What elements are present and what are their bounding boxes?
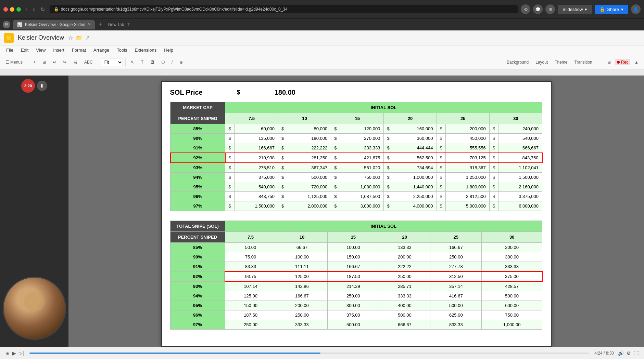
logo-icon: 🟡 <box>6 35 12 41</box>
dollar-sign: $ <box>489 134 498 143</box>
tab-close-icon[interactable]: ✕ <box>88 22 91 27</box>
snipe-value-cell: 750.00 <box>482 310 542 320</box>
background-button[interactable]: Background <box>504 58 531 66</box>
transition-button[interactable]: Transition <box>572 58 595 66</box>
menu-arrange[interactable]: Arrange <box>90 46 113 54</box>
sidebar-toggle[interactable]: ⊟ <box>3 21 10 28</box>
value-cell: 3,375,000 <box>498 192 542 201</box>
progress-bar-container[interactable] <box>24 353 595 354</box>
line-tool[interactable]: / <box>169 58 175 66</box>
star-icon[interactable]: ☆ <box>68 35 73 41</box>
undo-button[interactable]: ↩ <box>50 58 59 66</box>
dollar-sign: $ <box>225 134 235 143</box>
grid-view-button[interactable]: ⊞ <box>5 350 10 356</box>
spell-button[interactable]: ABC <box>81 58 96 66</box>
menu-insert[interactable]: Insert <box>50 46 68 54</box>
share-button[interactable]: 🔒 Share ▾ <box>595 5 628 14</box>
forward-button[interactable]: › <box>31 5 37 13</box>
snipe-value-cell: 500.00 <box>328 320 379 330</box>
theme-button[interactable]: Theme <box>552 58 570 66</box>
snipe-value-cell: 500.00 <box>430 301 482 310</box>
pct-cell: 90% <box>171 134 225 143</box>
dollar-sign: $ <box>437 143 445 153</box>
account-icon[interactable]: 👤 <box>631 4 641 14</box>
value-cell: 918,367 <box>445 163 489 173</box>
dollar-sign: $ <box>278 192 287 201</box>
settings-button[interactable]: ⚙ <box>627 350 631 356</box>
progress-fill <box>29 353 320 354</box>
dollar-sign: $ <box>278 124 287 134</box>
bottom-bar: ⊞ ▶ ▷| 4:24 / 8:30 🔊 ⚙ ⛶ <box>0 347 644 359</box>
menu-help[interactable]: Help <box>161 46 177 54</box>
snipe-value-cell: 150.00 <box>225 301 276 310</box>
table-row: 96%$843,750$1,125,000$1,687,500$2,250,00… <box>171 192 542 201</box>
refresh-button[interactable]: ↻ <box>38 5 47 13</box>
layout-sel-button[interactable]: Layout <box>533 58 551 66</box>
folder-icon[interactable]: 📁 <box>76 35 83 41</box>
percent-sniped-header-2: PERCENT SNIPED <box>170 232 225 243</box>
slideshow-button[interactable]: Slideshow ▾ <box>558 5 592 14</box>
close-button[interactable] <box>3 7 8 12</box>
next-slide-button[interactable]: ▷| <box>19 350 24 356</box>
chevron-up-button[interactable]: ▲ <box>632 58 641 66</box>
table-row: 90%$135,000$180,000$270,000$360,000$450,… <box>171 134 542 143</box>
progress-bar[interactable] <box>29 353 589 354</box>
slide-canvas-area[interactable]: SOL Price $ 180.00 MARKET CAP INITIAL SO… <box>68 76 644 347</box>
menu-format[interactable]: Format <box>68 46 89 54</box>
image-tool[interactable]: 🖼 <box>148 58 157 66</box>
share-doc-icon[interactable]: ↗ <box>85 35 90 41</box>
menu-view[interactable]: View <box>33 46 49 54</box>
snipe-value-cell: 200.00 <box>379 252 430 262</box>
slide-time: 4:24 / 8:30 <box>594 351 614 356</box>
layout-button[interactable]: ⊞ <box>40 58 49 66</box>
value-cell: 555,556 <box>445 143 489 153</box>
table-row: 97%$1,500,000$2,000,000$3,000,000$4,000,… <box>171 201 542 211</box>
toolbar-sep-2 <box>98 58 98 66</box>
tab-kelsier[interactable]: 📊 Kelsier Overview - Google Slides ✕ <box>13 20 95 29</box>
zoom-select[interactable]: Fit 50% 75% 100% <box>101 58 123 66</box>
pct-cell: 95% <box>171 182 225 192</box>
volume-button[interactable]: 🔊 <box>618 350 624 356</box>
text-tool[interactable]: T <box>138 58 146 66</box>
maximize-button[interactable] <box>16 7 21 12</box>
play-button[interactable]: ▶ <box>12 350 16 356</box>
print-button[interactable]: 🖨 <box>71 58 80 66</box>
menu-file[interactable]: File <box>3 46 17 54</box>
sol-price-label: SOL Price <box>170 89 203 96</box>
history-icon[interactable]: ⟲ <box>521 4 530 14</box>
snipe-value-cell: 142.86 <box>276 281 328 291</box>
col-30-2: 30 <box>482 232 542 243</box>
value-cell: 3,000,000 <box>340 201 384 211</box>
address-bar[interactable]: 🔒 docs.google.com/presentation/d/1dg31p8… <box>50 5 518 13</box>
dollar-sign: $ <box>331 143 340 153</box>
fit-screen-button[interactable]: ⊞ <box>605 58 614 66</box>
present-icon[interactable]: ⊞ <box>545 4 555 14</box>
col-25-1: 25 <box>437 113 489 124</box>
menu-tools[interactable]: Tools <box>113 46 130 54</box>
shape-tool[interactable]: ⬡ <box>159 58 167 66</box>
dollar-sign: $ <box>278 182 287 192</box>
lock-icon: 🔒 <box>54 7 59 12</box>
dollar-sign: $ <box>384 182 393 192</box>
dollar-sign: $ <box>331 134 340 143</box>
select-tool[interactable]: ↖ <box>128 58 137 66</box>
fullscreen-button[interactable]: ⛶ <box>634 350 639 356</box>
table-row: 95%150.00200.00300.00400.00500.00600.00 <box>170 301 542 310</box>
dollar-sign: $ <box>225 192 235 201</box>
pct-cell: 85% <box>170 243 225 252</box>
pause-button[interactable]: ⏸ <box>37 81 47 91</box>
back-button[interactable]: ‹ <box>24 5 29 13</box>
menus-button[interactable]: ☰ Menus <box>3 58 25 66</box>
table-row: 85%$60,000$80,000$120,000$160,000$200,00… <box>171 124 542 134</box>
value-cell: 1,687,500 <box>340 192 384 201</box>
redo-button[interactable]: ↪ <box>60 58 69 66</box>
add-slide-button[interactable]: + <box>30 58 38 66</box>
menu-extensions[interactable]: Extensions <box>131 46 160 54</box>
more-shapes[interactable]: ⊕ <box>177 58 186 66</box>
comment-icon[interactable]: 💬 <box>533 4 543 14</box>
minimize-button[interactable] <box>10 7 14 12</box>
value-cell: 750,000 <box>340 173 384 182</box>
menu-edit[interactable]: Edit <box>17 46 32 54</box>
dollar-sign: $ <box>331 124 340 134</box>
new-tab-button[interactable]: + <box>96 21 104 28</box>
